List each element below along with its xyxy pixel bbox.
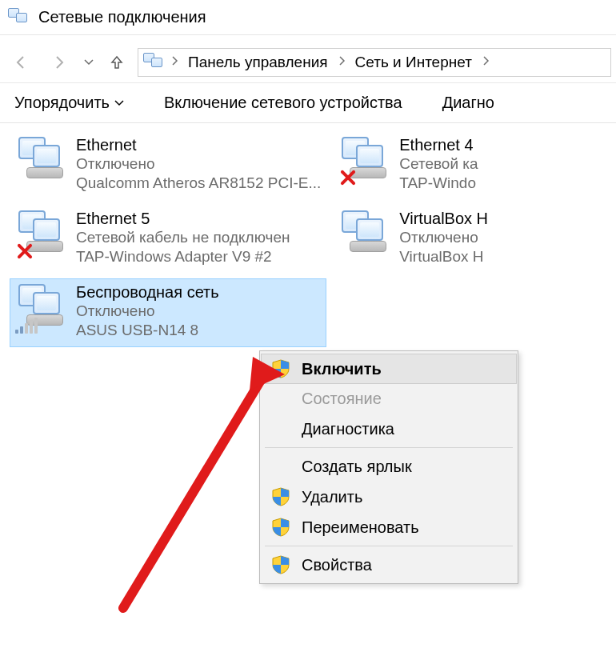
- connection-status: Отключено: [76, 302, 219, 321]
- connection-device: VirtualBox H: [399, 247, 488, 266]
- connection-device: Qualcomm Atheros AR8152 PCI-E...: [76, 174, 321, 193]
- menu-item-label: Переименовать: [302, 518, 419, 537]
- adapter-icon: [15, 282, 66, 334]
- menu-item-label: Включить: [302, 360, 382, 378]
- connection-device: ASUS USB-N14 8: [76, 321, 219, 340]
- enable-device-label: Включение сетевого устройства: [164, 94, 402, 112]
- connection-device: TAP-Windo: [399, 174, 478, 193]
- uac-shield-icon: [266, 487, 295, 506]
- chevron-right-icon[interactable]: [482, 55, 490, 69]
- connection-name: Ethernet 4: [399, 135, 478, 154]
- organize-menu[interactable]: Упорядочить: [14, 94, 124, 112]
- connection-status: Сетевой кабель не подключен: [76, 228, 290, 247]
- diagnose-label: Диагно: [442, 94, 494, 112]
- uac-shield-icon: [266, 555, 295, 574]
- connection-item-wireless[interactable]: Беспроводная сеть Отключено ASUS USB-N14…: [10, 278, 326, 347]
- organize-label: Упорядочить: [14, 94, 110, 112]
- connection-name: VirtualBox H: [399, 209, 488, 228]
- chevron-right-icon[interactable]: [170, 55, 178, 69]
- connection-item-ethernet5[interactable]: Ethernet 5 Сетевой кабель не подключен T…: [10, 205, 326, 274]
- disconnected-x-icon: [15, 242, 33, 260]
- connection-name: Беспроводная сеть: [76, 282, 219, 302]
- up-button[interactable]: [102, 48, 131, 77]
- svg-line-0: [123, 378, 262, 608]
- diagnose-button[interactable]: Диагно: [442, 94, 494, 112]
- menu-item-label: Состояние: [302, 390, 382, 408]
- connection-name: Ethernet: [76, 135, 321, 154]
- menu-item-label: Свойства: [302, 556, 372, 574]
- adapter-icon: [338, 209, 390, 260]
- context-menu: Включить Состояние Диагностика Создать я…: [259, 350, 518, 584]
- menu-separator: [265, 447, 513, 448]
- connection-status: Сетевой ка: [399, 154, 478, 174]
- connections-area: Ethernet Отключено Qualcomm Atheros AR81…: [0, 123, 616, 355]
- menu-item-status: Состояние: [262, 383, 516, 414]
- command-toolbar: Упорядочить Включение сетевого устройств…: [0, 83, 616, 123]
- connection-status: Отключено: [399, 228, 488, 247]
- enable-device-button[interactable]: Включение сетевого устройства: [164, 94, 402, 112]
- chevron-down-icon: [114, 100, 124, 106]
- menu-item-delete[interactable]: Удалить: [262, 482, 516, 512]
- network-connections-icon: [8, 8, 30, 27]
- title-bar: Сетевые подключения: [0, 0, 616, 35]
- back-button[interactable]: [5, 48, 37, 77]
- address-bar[interactable]: Панель управления Сеть и Интернет: [138, 48, 611, 77]
- connection-item-virtualbox[interactable]: VirtualBox H Отключено VirtualBox H: [333, 205, 606, 274]
- disconnected-x-icon: [338, 169, 356, 186]
- forward-button[interactable]: [43, 48, 75, 77]
- menu-item-rename[interactable]: Переименовать: [262, 512, 516, 542]
- connection-device: TAP-Windows Adapter V9 #2: [76, 247, 290, 266]
- menu-item-label: Создать ярлык: [302, 458, 412, 476]
- chevron-right-icon[interactable]: [338, 55, 346, 69]
- adapter-icon: [15, 135, 66, 186]
- connection-name: Ethernet 5: [76, 209, 290, 228]
- adapter-icon: [15, 209, 66, 260]
- connection-item-ethernet[interactable]: Ethernet Отключено Qualcomm Atheros AR81…: [10, 131, 326, 200]
- menu-item-diagnose[interactable]: Диагностика: [262, 414, 516, 444]
- menu-item-create-shortcut[interactable]: Создать ярлык: [262, 451, 516, 482]
- connection-status: Отключено: [76, 154, 321, 174]
- navigation-bar: Панель управления Сеть и Интернет: [0, 42, 616, 83]
- window-title: Сетевые подключения: [38, 8, 206, 26]
- menu-item-label: Удалить: [302, 488, 362, 506]
- uac-shield-icon: [266, 359, 295, 378]
- menu-item-enable[interactable]: Включить: [261, 354, 517, 384]
- history-dropdown[interactable]: [82, 48, 96, 77]
- breadcrumb-control-panel[interactable]: Панель управления: [183, 54, 333, 71]
- uac-shield-icon: [266, 518, 295, 537]
- menu-separator: [265, 546, 513, 546]
- wifi-signal-icon: [15, 318, 38, 334]
- adapter-icon: [338, 135, 390, 186]
- breadcrumb-network-internet[interactable]: Сеть и Интернет: [350, 54, 477, 71]
- address-bar-icon: [143, 53, 166, 72]
- connection-item-ethernet4[interactable]: Ethernet 4 Сетевой ка TAP-Windo: [333, 131, 606, 200]
- menu-item-label: Диагностика: [302, 420, 394, 438]
- menu-item-properties[interactable]: Свойства: [262, 550, 516, 580]
